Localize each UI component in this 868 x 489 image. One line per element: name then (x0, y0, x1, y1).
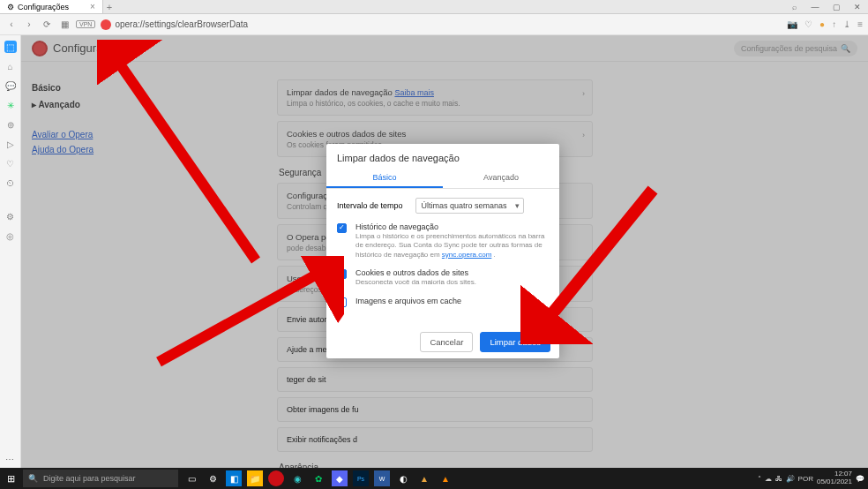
edge-icon[interactable]: ◉ (289, 470, 305, 486)
search-icon: 🔍 (28, 474, 38, 483)
sidebar-item-8[interactable]: ♡ (4, 157, 17, 169)
minimize-button[interactable]: — (808, 3, 822, 11)
profile-icon[interactable]: ● (819, 19, 825, 29)
explorer-icon[interactable]: 📁 (247, 470, 263, 486)
time-range-select[interactable]: Últimas quatro semanas (415, 198, 524, 214)
cancel-button[interactable]: Cancelar (420, 332, 473, 352)
search-icon[interactable]: ⌕ (787, 3, 801, 11)
maximize-button[interactable]: ▢ (829, 3, 843, 11)
tray-notifications-icon[interactable]: 💬 (856, 475, 864, 483)
address-bar[interactable]: opera://settings/clearBrowserData (101, 19, 782, 30)
tray-volume-icon[interactable]: 🔊 (786, 475, 795, 483)
sidebar-item-messenger[interactable]: 💬 (4, 79, 17, 92)
tab-basico[interactable]: Básico (326, 169, 443, 188)
menu-icon[interactable]: ≡ (857, 19, 863, 29)
browser-toolbar: ‹ › ⟳ ▦ VPN opera://settings/clearBrowse… (0, 14, 868, 35)
word-icon[interactable]: W (374, 470, 390, 486)
speed-dial-icon[interactable]: ▦ (58, 19, 71, 29)
windows-taskbar: ⊞ 🔍 Digite aqui para pesquisar ▭ ⚙ ◧ 📁 ◉… (0, 468, 868, 489)
close-icon[interactable]: × (90, 2, 95, 11)
forward-button[interactable]: › (23, 19, 35, 29)
back-button[interactable]: ‹ (5, 19, 18, 29)
sidebar-item-12[interactable]: ◎ (4, 229, 17, 242)
settings-icon[interactable]: ⚙ (205, 470, 221, 486)
tray-chevron-icon[interactable]: ˄ (758, 475, 761, 483)
checkbox-historico[interactable] (337, 223, 347, 233)
svg-line-3 (159, 267, 331, 362)
sidebar-item-0[interactable]: ⬚ (4, 41, 17, 53)
annotation-arrow-2 (150, 256, 344, 371)
sidebar-item-whatsapp[interactable]: ✳ (4, 99, 17, 111)
annotation-arrow-1 (97, 40, 265, 269)
taskbar-app-8[interactable]: ▲ (416, 470, 432, 486)
steam-icon[interactable]: ◐ (395, 470, 411, 486)
heart-icon[interactable]: ♡ (804, 19, 812, 29)
taskview-icon[interactable]: ▭ (183, 470, 199, 486)
download-icon[interactable]: ⤓ (843, 19, 850, 29)
tab-title: Configurações (18, 3, 69, 11)
gear-icon: ⚙ (7, 3, 14, 11)
tray-clock[interactable]: 12:0705/01/2021 (817, 470, 852, 486)
svg-line-1 (110, 50, 256, 260)
taskbar-app-1[interactable]: ◧ (226, 470, 242, 486)
svg-line-5 (538, 190, 653, 331)
vpn-badge[interactable]: VPN (76, 20, 95, 28)
opera-icon (101, 19, 111, 30)
sidebar-item-6[interactable]: ▷ (4, 138, 17, 150)
url-text: opera://settings/clearBrowserData (115, 19, 248, 29)
vlc-icon[interactable]: ▲ (438, 470, 453, 486)
camera-icon[interactable]: 📷 (787, 19, 797, 29)
new-tab-button[interactable]: + (103, 2, 116, 12)
opera-sidebar: ⬚ ⌂ 💬 ✳ ⊚ ▷ ♡ ⏲ ⚙ ◎ (0, 35, 21, 468)
window-titlebar: ⚙ Configurações × + ⌕ — ▢ ✕ (0, 0, 868, 14)
sidebar-item-9[interactable]: ⏲ (4, 177, 17, 189)
reload-button[interactable]: ⟳ (41, 19, 53, 29)
modal-title: Limpar dados de navegação (326, 144, 559, 169)
annotation-arrow-3 (520, 185, 662, 344)
sidebar-item-home[interactable]: ⌂ (4, 60, 17, 72)
tray-network-icon[interactable]: 🖧 (775, 475, 782, 483)
taskbar-app-5[interactable]: ◆ (332, 470, 348, 486)
sidebar-item-settings[interactable]: ⚙ (4, 210, 17, 222)
sidebar-item-5[interactable]: ⊚ (4, 118, 17, 131)
opera-icon[interactable] (268, 470, 284, 486)
sidebar-more-icon[interactable]: ⋯ (5, 455, 14, 464)
tray-cloud-icon[interactable]: ☁ (765, 475, 772, 483)
start-button[interactable]: ⊞ (0, 473, 21, 485)
photoshop-icon[interactable]: Ps (353, 470, 369, 486)
taskbar-search-input[interactable]: 🔍 Digite aqui para pesquisar (23, 470, 178, 487)
close-button[interactable]: ✕ (850, 3, 864, 11)
upload-icon[interactable]: ↑ (832, 19, 836, 29)
tray-lang[interactable]: POR (798, 475, 813, 483)
browser-tab[interactable]: ⚙ Configurações × (0, 0, 103, 13)
taskbar-app-4[interactable]: ✿ (311, 470, 326, 486)
time-label: Intervalo de tempo (337, 201, 403, 210)
sync-link[interactable]: sync.opera.com (442, 251, 491, 259)
